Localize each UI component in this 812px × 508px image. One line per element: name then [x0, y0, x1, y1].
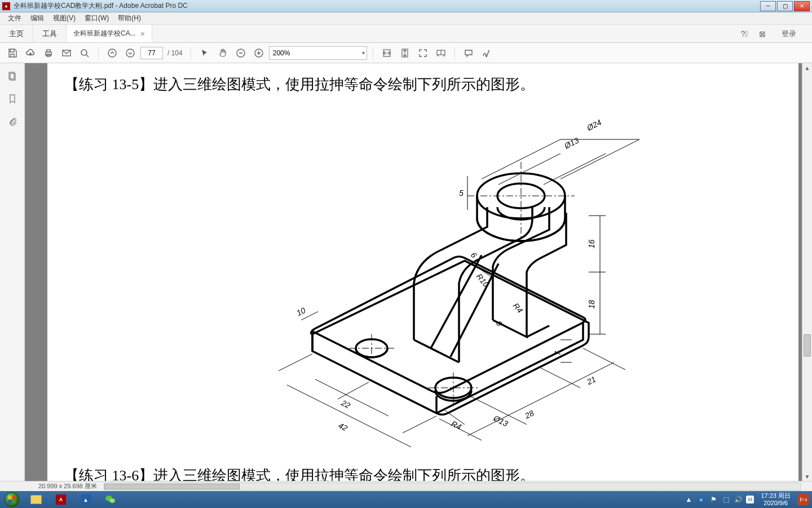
scroll-thumb[interactable]: [804, 334, 811, 357]
svg-rect-1: [47, 50, 50, 52]
menu-window[interactable]: 窗口(W): [80, 14, 113, 23]
svg-text:28: 28: [523, 408, 535, 421]
tab-document-label: 全科班新越学校CA...: [73, 29, 136, 38]
windows-taskbar: A ▲ ▲ ● ⚑ ⬚ 🔊 M 17:23 周日 2020/9/6 🏳4: [0, 491, 812, 508]
svg-text:18: 18: [587, 300, 596, 309]
folder-icon: [30, 495, 42, 504]
svg-text:22: 22: [339, 398, 352, 410]
svg-text:5: 5: [459, 189, 464, 198]
sign-icon[interactable]: [479, 45, 495, 61]
window-title: 全科班新越学校CAD教学大刚.pdf - Adobe Acrobat Pro D…: [14, 1, 760, 11]
taskbar-cad[interactable]: ▲: [74, 492, 98, 507]
svg-line-29: [544, 154, 606, 185]
minimize-button[interactable]: ─: [760, 1, 776, 11]
exercise-heading-1: 【练习 13-5】进入三维绘图模式，使用拉抻等命令绘制下列所示的图形。: [64, 75, 782, 94]
attachment-icon[interactable]: [6, 115, 19, 128]
fit-page-icon[interactable]: [397, 45, 413, 61]
svg-text:Ø24: Ø24: [585, 117, 603, 133]
svg-text:6: 6: [469, 251, 479, 260]
svg-point-68: [109, 498, 115, 503]
taskbar-explorer[interactable]: [24, 492, 48, 507]
tray-ime-icon[interactable]: M: [746, 496, 754, 503]
horizontal-scrollbar[interactable]: [104, 483, 801, 491]
maximize-button[interactable]: ▢: [777, 1, 793, 11]
svg-text:Ø13: Ø13: [492, 413, 510, 428]
tray-network-icon[interactable]: ⬚: [721, 495, 730, 504]
search-icon[interactable]: [77, 45, 92, 61]
close-button[interactable]: ✕: [794, 1, 810, 11]
menu-file[interactable]: 文件: [3, 14, 26, 23]
left-side-panel: [0, 63, 25, 481]
login-link[interactable]: 登录: [775, 29, 803, 39]
menu-view[interactable]: 视图(V): [48, 14, 80, 23]
cloud-icon[interactable]: [23, 45, 38, 61]
save-icon[interactable]: [5, 45, 20, 61]
svg-line-53: [315, 379, 389, 416]
comment-icon[interactable]: [461, 45, 476, 61]
svg-text:10: 10: [295, 305, 307, 317]
zoom-level-select[interactable]: [269, 46, 367, 60]
system-tray: ▲ ● ⚑ ⬚ 🔊 M 17:23 周日 2020/9/6 🏳4: [682, 492, 812, 507]
tray-record-icon[interactable]: ●: [696, 495, 705, 504]
exercise-heading-2: 【练习 13-6】进入三维绘图模式，使用拉抻等命令绘制下列所示的图形。: [64, 466, 535, 481]
tab-document[interactable]: 全科班新越学校CA... ×: [67, 25, 152, 42]
svg-line-50: [279, 354, 312, 371]
hand-icon[interactable]: [215, 45, 231, 61]
svg-text:42: 42: [337, 421, 349, 432]
status-bar: 20.999 x 29.698 厘米: [0, 481, 812, 491]
notification-icon[interactable]: ⊠: [757, 28, 768, 40]
svg-line-63: [541, 368, 580, 388]
tray-expand-icon[interactable]: ▲: [684, 495, 693, 504]
technical-drawing: Ø24 Ø13 5 R10 6: [245, 97, 707, 447]
tab-close-icon[interactable]: ×: [140, 29, 145, 38]
notification-badge[interactable]: 🏳4: [797, 494, 809, 505]
help-icon[interactable]: ?⃝: [739, 28, 750, 40]
zoom-in-icon[interactable]: [251, 45, 267, 61]
tab-bar: 主页 工具 全科班新越学校CA... × ?⃝ ⊠ 登录: [0, 25, 812, 43]
pdf-page: 【练习 13-5】进入三维绘图模式，使用拉抻等命令绘制下列所示的图形。: [47, 63, 798, 481]
tray-flag-icon[interactable]: ⚑: [709, 495, 718, 504]
main-area: 【练习 13-5】进入三维绘图模式，使用拉抻等命令绘制下列所示的图形。: [0, 63, 812, 481]
taskbar-clock[interactable]: 17:23 周日 2020/9/6: [757, 492, 794, 507]
hscroll-thumb[interactable]: [104, 484, 240, 489]
mail-icon[interactable]: [59, 45, 74, 61]
svg-line-62: [583, 348, 625, 370]
taskbar-acrobat[interactable]: A: [49, 492, 73, 507]
svg-line-52: [338, 382, 369, 399]
svg-text:Ø13: Ø13: [562, 135, 580, 151]
svg-text:16: 16: [587, 239, 596, 248]
svg-line-55: [287, 385, 411, 447]
fullscreen-icon[interactable]: [415, 45, 431, 61]
scroll-down-arrow[interactable]: ▼: [802, 472, 812, 481]
read-mode-icon[interactable]: [433, 45, 449, 61]
menu-help[interactable]: 帮助(H): [113, 14, 145, 23]
scroll-up-arrow[interactable]: ▲: [802, 63, 812, 72]
vertical-scrollbar[interactable]: ▲ ▼: [802, 63, 812, 481]
svg-text:R4: R4: [511, 301, 525, 315]
menu-edit[interactable]: 编辑: [26, 14, 48, 23]
document-viewport[interactable]: 【练习 13-5】进入三维绘图模式，使用拉抻等命令绘制下列所示的图形。: [25, 63, 812, 481]
wechat-icon: [104, 493, 117, 506]
svg-text:R10: R10: [475, 272, 491, 289]
tab-tools[interactable]: 工具: [33, 25, 67, 42]
tray-volume-icon[interactable]: 🔊: [734, 495, 743, 504]
pdf-file-icon: ▲: [2, 2, 10, 10]
svg-text:7: 7: [553, 351, 562, 356]
pointer-icon[interactable]: [197, 45, 213, 61]
page-total-label: / 104: [165, 49, 185, 57]
print-icon[interactable]: [41, 45, 56, 61]
tab-home[interactable]: 主页: [0, 25, 33, 42]
bookmark-icon[interactable]: [6, 93, 19, 105]
svg-point-6: [126, 49, 134, 57]
acrobat-icon: A: [56, 494, 66, 505]
svg-point-4: [81, 50, 87, 55]
taskbar-wechat[interactable]: [99, 492, 122, 507]
thumbnails-icon[interactable]: [6, 70, 19, 82]
page-number-input[interactable]: [140, 47, 163, 59]
fit-width-icon[interactable]: [379, 45, 395, 61]
page-down-icon[interactable]: [122, 45, 138, 61]
cad-icon: ▲: [81, 494, 91, 505]
page-up-icon[interactable]: [104, 45, 120, 61]
zoom-out-icon[interactable]: [233, 45, 249, 61]
start-button[interactable]: [0, 491, 24, 508]
